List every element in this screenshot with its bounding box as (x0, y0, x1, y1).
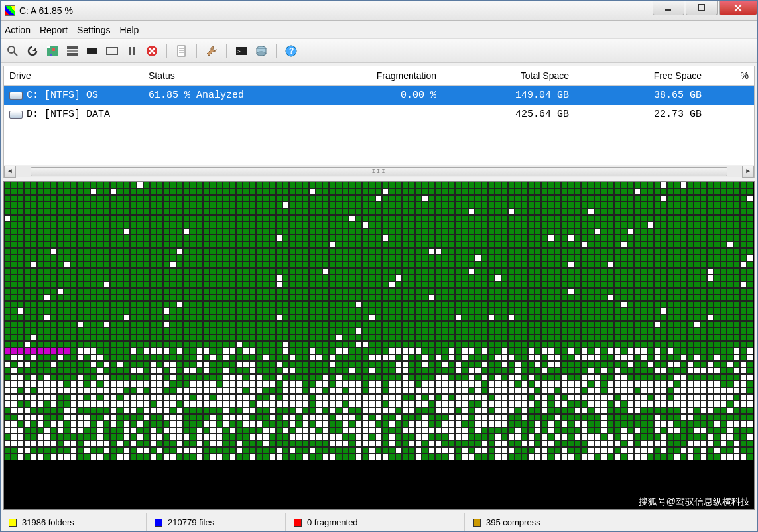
cluster-map[interactable]: 搜狐号@驾驭信息纵横科技 (3, 181, 755, 510)
menu-bar: Action Report Settings Help (1, 21, 757, 39)
help-icon[interactable]: ? (283, 43, 299, 59)
console-icon[interactable]: >_ (233, 43, 249, 59)
drive-pct (707, 92, 754, 100)
col-drive[interactable]: Drive (4, 66, 143, 85)
col-free[interactable]: Free Space (574, 66, 707, 85)
drive-icon (9, 92, 23, 100)
col-status[interactable]: Status (143, 66, 309, 85)
app-icon (5, 5, 15, 16)
svg-rect-11 (87, 48, 97, 54)
drive-status (143, 111, 309, 119)
toolbar-separator (226, 44, 227, 58)
status-compressed: 395 compress (465, 513, 757, 531)
document-icon[interactable] (174, 43, 190, 59)
scroll-right-icon[interactable]: ► (742, 166, 754, 178)
close-button[interactable] (719, 1, 757, 15)
svg-point-2 (8, 46, 15, 53)
drive-total: 425.64 GB (442, 105, 574, 124)
svg-text:>_: >_ (237, 48, 244, 54)
view-outline-icon[interactable] (104, 43, 120, 59)
status-folders: 31986 folders (1, 513, 147, 531)
drive-status: 61.85 % Analyzed (143, 86, 309, 105)
toolbar: >_ ? (1, 39, 757, 63)
col-pct[interactable]: % (707, 66, 754, 85)
svg-rect-7 (50, 54, 52, 56)
window-controls (651, 1, 757, 20)
menu-settings[interactable]: Settings (77, 25, 111, 35)
drive-frag (309, 111, 442, 119)
wrench-icon[interactable] (204, 43, 220, 59)
status-bar: 31986 folders 210779 files 0 fragmented … (1, 513, 757, 531)
drive-pct (707, 111, 754, 119)
maximize-button[interactable] (686, 1, 718, 15)
scroll-thumb[interactable]: III (31, 167, 727, 176)
svg-rect-12 (107, 48, 117, 54)
toolbar-separator (166, 44, 167, 58)
svg-line-3 (14, 52, 17, 56)
svg-rect-0 (665, 9, 671, 11)
toolbar-separator (196, 44, 197, 58)
svg-rect-5 (47, 46, 50, 48)
drive-list-header: Drive Status Fragmentation Total Space F… (4, 66, 754, 86)
drive-list-rows: C: [NTFS] OS 61.85 % Analyzed 0.00 % 149… (4, 86, 754, 165)
menu-help[interactable]: Help (120, 25, 139, 35)
stop-icon[interactable] (144, 43, 160, 59)
title-bar: C: A 61.85 % (1, 1, 757, 21)
legend-folders-icon (9, 519, 17, 527)
drive-label: C: [NTFS] OS (27, 90, 98, 101)
drive-icon (9, 111, 23, 119)
view-solid-icon[interactable] (84, 43, 100, 59)
drive-frag: 0.00 % (309, 86, 442, 105)
minimize-button[interactable] (653, 1, 684, 15)
watermark: 搜狐号@驾驭信息纵横科技 (639, 496, 750, 508)
drive-row-c[interactable]: C: [NTFS] OS 61.85 % Analyzed 0.00 % 149… (4, 86, 754, 105)
view-gridmix-icon[interactable] (44, 43, 60, 59)
scroll-track[interactable]: III (16, 166, 742, 177)
drive-free: 38.65 GB (574, 86, 707, 105)
status-files: 210779 files (147, 513, 286, 531)
svg-rect-1 (698, 5, 704, 11)
window-title: C: A 61.85 % (19, 5, 651, 16)
drive-row-d[interactable]: D: [NTFS] DATA 425.64 GB 22.73 GB (4, 105, 754, 124)
svg-rect-9 (67, 50, 78, 52)
scroll-left-icon[interactable]: ◄ (4, 166, 16, 178)
view-bars-icon[interactable] (64, 43, 80, 59)
drive-label: D: [NTFS] DATA (27, 109, 110, 120)
svg-rect-10 (67, 53, 78, 56)
svg-rect-14 (133, 47, 135, 55)
status-fragmented: 0 fragmented (286, 513, 465, 531)
col-frag[interactable]: Fragmentation (309, 66, 442, 85)
toolbar-separator (276, 44, 277, 58)
drive-list: Drive Status Fragmentation Total Space F… (3, 66, 755, 178)
search-icon[interactable] (5, 43, 21, 59)
drive-total: 149.04 GB (442, 86, 574, 105)
pause-icon[interactable] (124, 43, 140, 59)
svg-rect-8 (67, 46, 78, 49)
horizontal-scrollbar[interactable]: ◄ III ► (4, 165, 754, 178)
col-total[interactable]: Total Space (442, 66, 574, 85)
svg-text:?: ? (289, 46, 294, 56)
cylinder-icon[interactable] (253, 43, 269, 59)
drive-free: 22.73 GB (574, 105, 707, 124)
svg-point-24 (257, 52, 266, 56)
legend-compressed-icon (473, 519, 481, 527)
main-window: { "title": "C: A 61.85 %", "menu": { "ac… (0, 0, 758, 532)
legend-files-icon (155, 519, 162, 527)
reload-icon[interactable] (25, 43, 40, 59)
menu-action[interactable]: Action (5, 25, 31, 35)
legend-fragmented-icon (294, 519, 302, 527)
menu-report[interactable]: Report (40, 25, 68, 35)
svg-rect-13 (129, 47, 131, 55)
svg-rect-6 (52, 48, 55, 51)
svg-rect-16 (178, 46, 185, 56)
